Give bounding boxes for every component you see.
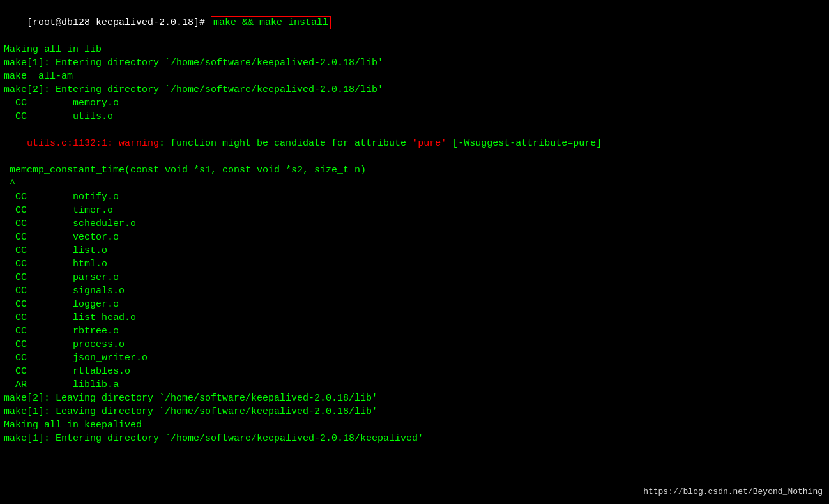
- cc-html-line: CC html.o: [4, 257, 825, 271]
- prompt-text: [root@db128 keepalived-2.0.18]#: [27, 17, 211, 28]
- cc-signals-line: CC signals.o: [4, 284, 825, 298]
- cc-process-line: CC process.o: [4, 338, 825, 351]
- cc-notify-line: CC notify.o: [4, 190, 825, 204]
- making-keepalived-line: Making all in keepalived: [4, 418, 825, 432]
- command-text: make && make install: [211, 16, 331, 29]
- cc-timer-line: CC timer.o: [4, 204, 825, 217]
- warning-text: utils.c:1132:1:: [27, 138, 119, 149]
- cc-list-line: CC list.o: [4, 244, 825, 257]
- output-line: memcmp_constant_time(const void *s1, con…: [4, 164, 825, 177]
- cc-jsonwriter-line: CC json_writer.o: [4, 351, 825, 365]
- make1-entering-keepalived-line: make[1]: Entering directory `/home/softw…: [4, 432, 825, 445]
- watermark: https://blog.csdn.net/Beyond_Nothing: [643, 486, 823, 498]
- prompt-line: [root@db128 keepalived-2.0.18]# make && …: [4, 3, 825, 43]
- cc-vector-line: CC vector.o: [4, 231, 825, 244]
- output-line: make all-am: [4, 70, 825, 83]
- ar-liblib-line: AR liblib.a: [4, 378, 825, 392]
- output-line: make[1]: Entering directory `/home/softw…: [4, 56, 825, 70]
- warning-line: utils.c:1132:1: warning: function might …: [4, 123, 825, 164]
- warning-keyword: warning: [119, 138, 159, 149]
- make2-leaving-line: make[2]: Leaving directory `/home/softwa…: [4, 392, 825, 405]
- cc-rbtree-line: CC rbtree.o: [4, 325, 825, 338]
- make1-leaving-line: make[1]: Leaving directory `/home/softwa…: [4, 405, 825, 418]
- cc-memory-line: CC memory.o: [4, 96, 825, 110]
- cc-listhead-line: CC list_head.o: [4, 311, 825, 325]
- cc-logger-line: CC logger.o: [4, 298, 825, 311]
- caret-line: ^: [4, 177, 825, 190]
- warning-rest: : function might be candidate for attrib…: [159, 138, 412, 149]
- output-line: Making all in lib: [4, 43, 825, 56]
- cc-utils-line: CC utils.o: [4, 110, 825, 123]
- cc-scheduler-line: CC scheduler.o: [4, 217, 825, 231]
- cc-rttables-line: CC rttables.o: [4, 365, 825, 378]
- warning-flag: [-Wsuggest-attribute=pure]: [446, 138, 602, 149]
- output-line: make[2]: Entering directory `/home/softw…: [4, 83, 825, 96]
- terminal-window: [root@db128 keepalived-2.0.18]# make && …: [0, 0, 829, 504]
- pure-keyword: 'pure': [412, 138, 446, 149]
- cc-parser-line: CC parser.o: [4, 271, 825, 284]
